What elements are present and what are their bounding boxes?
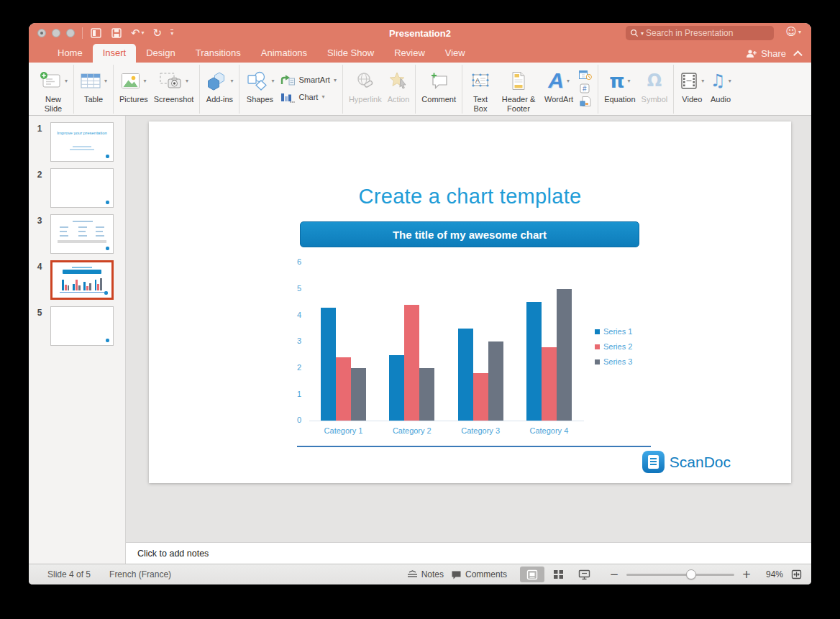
- symbol-icon: Ω: [647, 72, 662, 89]
- slide-thumbnail-1[interactable]: Improve your presentation: [50, 122, 114, 162]
- slide-title-textbox[interactable]: Create a chart template: [149, 185, 791, 208]
- svg-text:A: A: [475, 77, 480, 84]
- caret-down-icon: ▾: [628, 78, 631, 84]
- chart-plot-area[interactable]: [309, 262, 583, 421]
- save-button[interactable]: [111, 27, 122, 39]
- table-label: Table: [84, 95, 103, 104]
- video-button[interactable]: ▾ Video: [680, 66, 704, 104]
- redo-button[interactable]: ↻: [153, 28, 163, 39]
- customize-toolbar-button[interactable]: ▾: [170, 29, 173, 37]
- audio-button[interactable]: ♫ ▾ Audio: [710, 66, 731, 104]
- text-box-button[interactable]: A Text Box: [468, 66, 493, 114]
- addins-label: Add-ins: [206, 95, 233, 104]
- search-box[interactable]: ▾: [626, 26, 774, 40]
- pictures-icon: [121, 73, 140, 89]
- zoom-slider[interactable]: [626, 569, 734, 579]
- fullscreen-button[interactable]: [66, 29, 75, 37]
- caret-down-icon: ▾: [729, 78, 731, 84]
- slide-thumbnail-2[interactable]: [50, 168, 114, 208]
- tab-view[interactable]: View: [435, 44, 475, 63]
- search-icon: [630, 29, 639, 37]
- status-bar: Slide 4 of 5 French (France) Notes Comme…: [29, 564, 811, 584]
- comments-toggle[interactable]: Comments: [451, 569, 507, 579]
- hyperlink-button: Hyperlink: [349, 66, 382, 104]
- header-footer-button[interactable]: Header & Footer: [498, 66, 539, 114]
- tab-insert[interactable]: Insert: [93, 44, 137, 63]
- tab-home[interactable]: Home: [47, 44, 93, 63]
- chart-button[interactable]: Chart ▾: [280, 91, 336, 103]
- comments-toggle-label: Comments: [465, 569, 507, 579]
- slide-number-icon[interactable]: #: [579, 83, 592, 93]
- normal-view-button[interactable]: [520, 567, 544, 582]
- chart-y-tick-label: 1: [283, 390, 301, 398]
- shapes-button[interactable]: ▾ Shapes: [245, 66, 274, 104]
- thumbnail-row: 1 Improve your presentation: [29, 122, 125, 162]
- view-switcher: [520, 567, 596, 582]
- logo-dot: [106, 155, 109, 158]
- pictures-button[interactable]: ▾ Pictures: [119, 66, 148, 104]
- addins-button[interactable]: ▾ Add-ins: [206, 66, 233, 104]
- chart-icon: [280, 91, 295, 103]
- language-indicator[interactable]: French (France): [109, 569, 171, 579]
- insert-date-time-icon[interactable]: [579, 70, 592, 81]
- table-button[interactable]: ▾ Table: [80, 66, 107, 104]
- tab-transitions[interactable]: Transitions: [186, 44, 251, 63]
- zoom-in-button[interactable]: +: [741, 568, 752, 581]
- smartart-button[interactable]: SmartArt ▾: [280, 74, 336, 86]
- minimize-button[interactable]: [52, 29, 60, 37]
- thumbnail-mini-chart: [62, 276, 102, 290]
- fit-slide-to-window-button[interactable]: [790, 569, 803, 580]
- notes-pane[interactable]: Click to add notes: [126, 542, 811, 564]
- chart-y-tick-label: 5: [283, 284, 301, 293]
- save-icon: [111, 27, 122, 39]
- feedback-button[interactable]: ☺ ▾: [785, 25, 801, 38]
- slide-thumbnail-5[interactable]: [50, 306, 114, 346]
- tab-slide-show[interactable]: Slide Show: [317, 44, 384, 63]
- comment-button[interactable]: Comment: [421, 66, 456, 104]
- chart-legend: Series 1Series 2Series 3: [595, 327, 632, 372]
- slide-divider-line: [297, 446, 651, 447]
- chart-title-shape[interactable]: The title of my awesome chart: [300, 221, 639, 247]
- chart-category-label: Category 2: [378, 426, 447, 435]
- tab-animations[interactable]: Animations: [251, 44, 317, 63]
- caret-down-icon: ▾: [186, 78, 188, 84]
- screenshot-button[interactable]: ▾ Screenshot: [154, 66, 194, 104]
- new-slide-button[interactable]: ▾ New Slide: [39, 66, 68, 114]
- ribbon-group-illustrations: ▾ Shapes SmartArt ▾: [239, 65, 342, 114]
- caret-down-icon: ▾: [641, 30, 644, 37]
- chart-category-label: Category 4: [514, 426, 583, 435]
- collapse-ribbon-icon[interactable]: [793, 50, 803, 60]
- notes-placeholder: Click to add notes: [137, 549, 209, 559]
- tab-design[interactable]: Design: [136, 44, 185, 63]
- chart-y-tick-label: 6: [283, 257, 301, 266]
- search-input[interactable]: [646, 28, 754, 38]
- tab-review[interactable]: Review: [384, 44, 435, 63]
- screenshot-icon: [159, 72, 183, 90]
- wordart-icon: A: [548, 70, 564, 91]
- legend-label: Series 1: [603, 327, 632, 336]
- insert-object-icon[interactable]: [579, 96, 592, 107]
- caret-down-icon: ▾: [104, 78, 107, 84]
- close-button[interactable]: [37, 29, 46, 37]
- audio-icon: ♫: [710, 72, 726, 89]
- thumbnail-row: 4: [29, 260, 125, 300]
- slide-sorter-view-button[interactable]: [546, 567, 570, 582]
- wordart-button[interactable]: A ▾ WordArt: [544, 66, 573, 104]
- slideshow-view-button[interactable]: [572, 567, 596, 582]
- logo-dot: [106, 247, 109, 250]
- equation-button[interactable]: π ▾ Equation: [604, 66, 635, 104]
- new-presentation-button[interactable]: [90, 27, 102, 39]
- share-cluster: Share: [746, 48, 803, 59]
- action-label: Action: [388, 95, 410, 104]
- window-controls: [37, 29, 75, 37]
- zoom-slider-knob[interactable]: [686, 569, 696, 579]
- notes-toggle[interactable]: Notes: [407, 569, 444, 579]
- slide-4[interactable]: Create a chart template The title of my …: [149, 121, 791, 483]
- share-button[interactable]: Share: [746, 48, 786, 59]
- slide-thumbnail-4-selected[interactable]: [50, 260, 114, 300]
- zoom-out-button[interactable]: −: [609, 568, 619, 581]
- slide-thumbnail-3[interactable]: [50, 214, 114, 254]
- undo-button[interactable]: ↶ ▾: [131, 28, 145, 39]
- symbol-button: Ω Symbol: [642, 66, 668, 104]
- slide-number: 2: [29, 168, 50, 208]
